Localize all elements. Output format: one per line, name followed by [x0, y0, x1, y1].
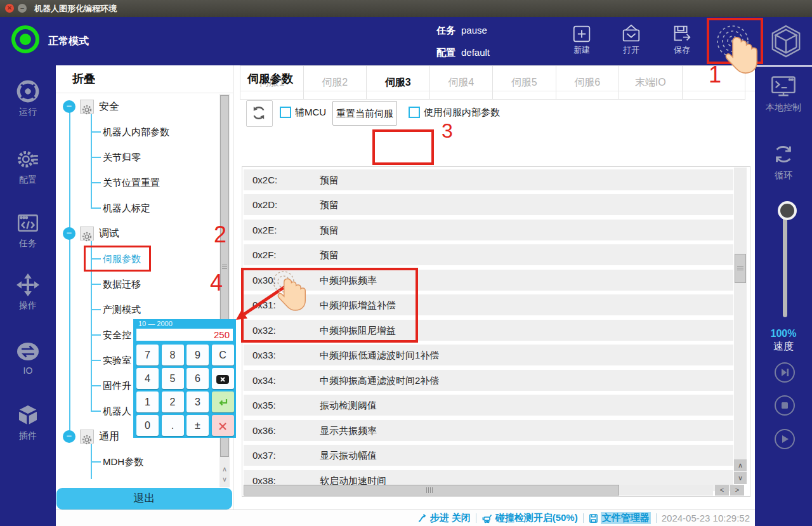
table-row[interactable]: 0x2D:预留 [244, 194, 733, 215]
new-button[interactable]: 新建 [561, 23, 602, 56]
touch-demo-button[interactable] [709, 20, 755, 61]
tree-item[interactable]: 机器人 [103, 398, 131, 424]
scroll-left-icon[interactable]: < [715, 485, 729, 496]
key-0[interactable]: 0 [136, 415, 159, 436]
table-hscrollbar-thumb[interactable] [244, 485, 619, 496]
aux-mcu-checkbox[interactable] [280, 107, 291, 118]
open-button[interactable]: 打开 [611, 23, 652, 56]
reset-servo-button[interactable]: 重置当前伺服 [332, 101, 397, 126]
table-row[interactable]: 0x35:振动检测阈值 [244, 395, 733, 416]
table-row[interactable]: 0x30:中频抑振频率 [244, 270, 733, 291]
step-forward-button[interactable] [775, 362, 795, 383]
key-7[interactable]: 7 [136, 345, 159, 365]
loop-button[interactable]: 循环 [755, 140, 812, 181]
key-3[interactable]: 3 [187, 391, 209, 412]
sidebar-item-plugin[interactable]: 插件 [0, 403, 56, 442]
gear-icon [80, 227, 94, 240]
tree-item[interactable]: MDH参数 [103, 449, 143, 475]
key-9[interactable]: 9 [187, 345, 209, 365]
key-6[interactable]: 6 [187, 368, 209, 389]
scroll-down-icon[interactable]: ∨ [219, 474, 230, 484]
tab-end-io[interactable]: 末端IO [619, 66, 683, 99]
key-1[interactable]: 1 [136, 391, 159, 412]
mode-indicator-icon[interactable] [10, 24, 41, 55]
tree-item[interactable]: 实验室 [103, 348, 131, 373]
tree-item[interactable]: 关节位置重置 [103, 170, 160, 195]
scroll-up-icon[interactable]: ∧ [734, 459, 747, 471]
tab-servo5[interactable]: 伺服5 [493, 66, 556, 99]
table-row[interactable]: 0x31:中频抑振增益补偿 [244, 294, 733, 315]
tree-item[interactable]: 机器人内部参数 [103, 119, 169, 145]
right-sidebar: 本地控制 循环 100% 速度 [755, 65, 812, 526]
speed-slider-track[interactable] [783, 203, 787, 317]
key-cancel[interactable] [212, 415, 234, 436]
code-window-icon [16, 211, 40, 235]
collision-detect-toggle[interactable]: 碰撞检测开启(50%) [481, 512, 578, 524]
stop-button[interactable] [775, 395, 795, 416]
tree-item[interactable]: 安全控 [103, 322, 131, 348]
key-4[interactable]: 4 [136, 368, 159, 389]
tree-item-servo-params[interactable]: 伺服参数 [103, 246, 141, 272]
tree-item[interactable]: 固件升 [103, 373, 131, 398]
key-enter[interactable] [212, 391, 234, 412]
exit-button[interactable]: 退出 [56, 488, 232, 510]
collapse-node-icon[interactable] [63, 100, 75, 113]
collapse-node-icon[interactable] [63, 227, 75, 240]
collapse-node-icon[interactable] [63, 430, 75, 443]
play-icon [776, 430, 794, 448]
tab-servo4[interactable]: 伺服4 [430, 66, 494, 99]
tree-line [91, 157, 101, 158]
tree-item[interactable]: 产测模式 [103, 297, 141, 322]
tab-servo6[interactable]: 伺服6 [556, 66, 620, 99]
key-clear[interactable]: C [212, 345, 234, 365]
sidebar-item-run[interactable]: 运行 [0, 79, 56, 118]
key-2[interactable]: 2 [162, 391, 184, 412]
save-icon [671, 23, 693, 44]
open-file-icon [620, 23, 642, 44]
tree-line [91, 131, 101, 133]
scroll-right-icon[interactable]: > [730, 485, 744, 496]
key-backspace[interactable] [212, 368, 234, 389]
table-row[interactable]: 0x34:中频抑振高通滤波时间2补偿 [244, 370, 733, 391]
table-row[interactable]: 0x36:显示共振频率 [244, 420, 733, 441]
tree-item[interactable]: 机器人标定 [103, 195, 150, 221]
tree-item[interactable]: 数据迁移 [103, 272, 141, 297]
task-label: 任务 [436, 25, 455, 37]
file-manager-button[interactable]: 文件管理器 [589, 512, 651, 524]
minimize-icon[interactable]: – [18, 4, 27, 13]
tab-servo3[interactable]: 伺服3 [367, 66, 430, 99]
run-icon [16, 79, 40, 103]
tab-servo2[interactable]: 伺服2 [304, 66, 367, 99]
close-icon[interactable]: ✕ [5, 4, 14, 13]
sidebar-item-task[interactable]: 任务 [0, 211, 56, 249]
sidebar-item-config[interactable]: 配置 [0, 147, 56, 186]
refresh-button[interactable] [246, 100, 273, 127]
table-row[interactable]: 0x2C:预留 [244, 169, 733, 190]
speed-slider-knob[interactable] [778, 201, 797, 220]
table-row[interactable]: 0x33:中频抑振低通滤波时间1补偿 [244, 345, 733, 365]
table-row[interactable]: 0x32:中频抑振阻尼增益 [244, 320, 733, 341]
scroll-down-icon[interactable]: ∨ [734, 472, 747, 484]
speed-label: 速度 [755, 340, 812, 353]
table-vscrollbar-thumb[interactable] [735, 254, 746, 283]
key-plusminus[interactable]: ± [187, 415, 209, 436]
step-mode-toggle[interactable]: 步进 关闭 [417, 512, 471, 524]
title-bar: ✕ – 机器人图形化编程环境 [0, 0, 812, 17]
tree-item[interactable]: 关节归零 [103, 145, 141, 170]
table-row[interactable]: 0x2E:预留 [244, 220, 733, 240]
key-5[interactable]: 5 [162, 368, 184, 389]
key-dot[interactable]: . [162, 415, 184, 436]
key-8[interactable]: 8 [162, 345, 184, 365]
keypad-value-input[interactable]: 250 [136, 329, 233, 341]
play-button[interactable] [775, 429, 795, 449]
table-row[interactable]: 0x2F:预留 [244, 244, 733, 265]
left-sidebar: 运行 配置 任务 操作 [0, 65, 56, 526]
save-button[interactable]: 保存 [662, 23, 702, 56]
sidebar-item-io[interactable]: IO [0, 341, 56, 376]
table-vscrollbar-track[interactable] [734, 168, 747, 459]
local-control-button[interactable]: 本地控制 [755, 74, 812, 114]
use-internal-checkbox[interactable] [409, 107, 420, 118]
scroll-up-icon[interactable]: ∧ [219, 464, 230, 474]
sidebar-item-operate[interactable]: 操作 [0, 273, 56, 312]
table-row[interactable]: 0x37:显示振动幅值 [244, 445, 733, 466]
